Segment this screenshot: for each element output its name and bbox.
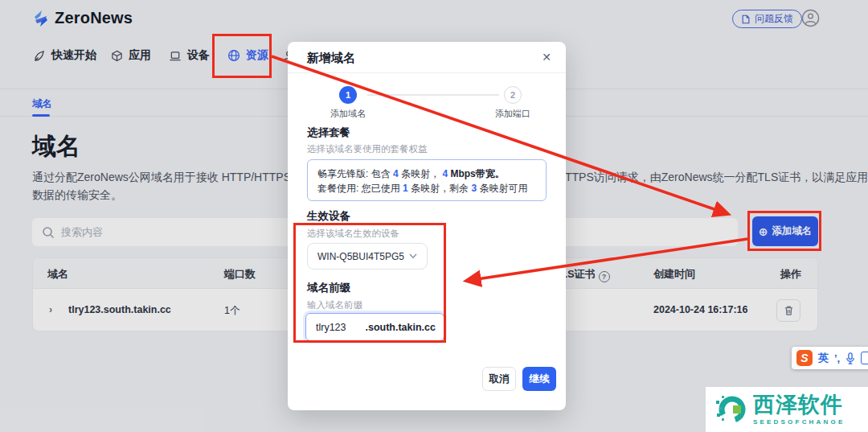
- prefix-section-helper: 输入域名前缀: [307, 299, 362, 311]
- step-2-circle: 2: [504, 86, 522, 104]
- modal-title: 新增域名: [307, 51, 355, 66]
- step-1-circle: 1: [339, 86, 357, 104]
- domain-prefix-input[interactable]: tlry123 .south.takin.cc: [305, 313, 444, 341]
- watermark-text-block: 西泽软件 SEEDSOFCHANGE: [753, 394, 845, 426]
- domain-suffix: .south.takin.cc: [365, 322, 436, 333]
- prefix-section-label: 域名前缀: [307, 281, 350, 295]
- ime-lang-toggle[interactable]: 英: [818, 351, 829, 365]
- step-connector: [367, 94, 499, 96]
- device-select-value: WIN-Q5BUI4T5PG5: [317, 251, 404, 262]
- close-icon[interactable]: ✕: [542, 51, 551, 64]
- ime-toolbar[interactable]: S 英 ’,: [792, 347, 868, 369]
- package-section-label: 选择套餐: [307, 125, 350, 140]
- ime-panel-icon[interactable]: [861, 352, 868, 364]
- seedsofchange-logo-icon: [715, 393, 747, 426]
- watermark-subtitle: SEEDSOFCHANGE: [753, 418, 845, 426]
- chevron-down-icon: [409, 253, 417, 259]
- device-section-helper: 选择该域名生效的设备: [307, 228, 399, 240]
- domain-prefix-value: tlry123: [316, 322, 346, 333]
- cancel-button[interactable]: 取消: [482, 367, 516, 391]
- app-root: ZeroNews 快速开始 应用 设备 资源 问题反馈 域名 域名 通过分配Ze…: [0, 0, 868, 432]
- add-domain-modal: 新增域名 ✕ 1 添加域名 2 添加端口 选择套餐 选择该域名要使用的套餐权益 …: [288, 42, 566, 410]
- microphone-icon[interactable]: [845, 352, 855, 364]
- package-info-box[interactable]: 畅享先锋版: 包含 4 条映射， 4 Mbps带宽。 套餐使用: 您已使用 1 …: [307, 159, 547, 201]
- watermark-card: 西泽软件 SEEDSOFCHANGE: [706, 387, 868, 432]
- device-section-label: 生效设备: [307, 209, 350, 224]
- package-line-1: 畅享先锋版: 包含 4 条映射， 4 Mbps带宽。: [317, 167, 536, 181]
- device-select[interactable]: WIN-Q5BUI4T5PG5: [307, 243, 428, 269]
- package-section-helper: 选择该域名要使用的套餐权益: [307, 143, 428, 155]
- package-line-2: 套餐使用: 您已使用 1 条映射，剩余 3 条映射可用: [317, 181, 536, 195]
- watermark-name: 西泽软件: [753, 394, 845, 416]
- continue-button[interactable]: 继续: [522, 367, 556, 391]
- step-1-label: 添加域名: [320, 108, 376, 120]
- ime-punct-toggle[interactable]: ’,: [834, 352, 840, 364]
- modal-header-divider: [288, 72, 566, 73]
- step-2-label: 添加端口: [485, 108, 541, 120]
- sogou-icon[interactable]: S: [796, 350, 813, 366]
